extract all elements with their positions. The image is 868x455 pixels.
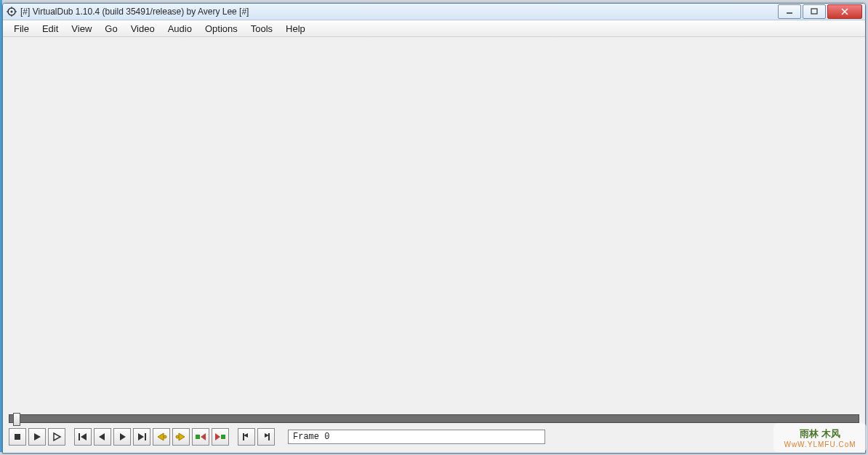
- timeline-track[interactable]: [9, 414, 859, 423]
- play-input-button[interactable]: [28, 428, 46, 446]
- key-next-icon: [175, 432, 187, 442]
- go-end-icon: [136, 432, 148, 442]
- app-icon: [6, 6, 17, 17]
- mark-in-button[interactable]: [238, 428, 255, 446]
- maximize-button[interactable]: [803, 4, 826, 19]
- window-title: [#] VirtualDub 1.10.4 (build 35491/relea…: [20, 7, 249, 17]
- mark-out-icon: [260, 432, 272, 442]
- play-output-button[interactable]: [48, 428, 65, 446]
- svg-marker-17: [138, 433, 144, 440]
- svg-rect-7: [811, 9, 817, 14]
- menu-help[interactable]: Help: [279, 22, 312, 36]
- close-button[interactable]: [827, 4, 862, 19]
- stop-icon: [12, 432, 23, 442]
- menubar: FileEditViewGoVideoAudioOptionsToolsHelp: [3, 20, 865, 37]
- svg-marker-24: [201, 433, 206, 440]
- transport-toolbar: Frame 0: [9, 427, 859, 447]
- prev-icon: [97, 432, 108, 442]
- scene-prev-button[interactable]: [192, 428, 209, 446]
- next-frame-button[interactable]: [113, 428, 131, 446]
- go-start-button[interactable]: [74, 428, 92, 446]
- scene-next-button[interactable]: [212, 428, 229, 446]
- mark-out-button[interactable]: [257, 428, 275, 446]
- play-o-icon: [51, 432, 63, 442]
- go-end-button[interactable]: [133, 428, 150, 446]
- svg-marker-22: [179, 433, 185, 440]
- svg-point-21: [176, 435, 179, 438]
- minimize-button[interactable]: [778, 4, 801, 19]
- key-prev-button[interactable]: [153, 428, 170, 446]
- window-controls: [776, 4, 862, 19]
- stop-button[interactable]: [9, 428, 26, 446]
- svg-marker-12: [54, 433, 60, 440]
- svg-point-20: [164, 435, 166, 438]
- svg-rect-10: [15, 434, 20, 440]
- svg-marker-25: [215, 433, 220, 440]
- titlebar[interactable]: [#] VirtualDub 1.10.4 (build 35491/relea…: [3, 4, 865, 20]
- svg-marker-14: [81, 433, 87, 440]
- svg-marker-16: [120, 433, 126, 440]
- svg-rect-26: [221, 435, 225, 439]
- menu-audio[interactable]: Audio: [161, 22, 198, 36]
- svg-marker-15: [99, 433, 105, 440]
- timeline[interactable]: [9, 414, 859, 424]
- svg-marker-11: [34, 433, 41, 440]
- svg-rect-23: [196, 435, 200, 439]
- menu-tools[interactable]: Tools: [244, 22, 279, 36]
- menu-view[interactable]: View: [65, 22, 98, 36]
- play-icon: [31, 432, 43, 442]
- next-icon: [116, 432, 128, 442]
- scene-next-icon: [214, 432, 226, 442]
- app-window: [#] VirtualDub 1.10.4 (build 35491/relea…: [2, 3, 866, 454]
- frame-indicator: Frame 0: [288, 430, 545, 444]
- menu-options[interactable]: Options: [198, 22, 244, 36]
- key-next-button[interactable]: [172, 428, 190, 446]
- video-pane: [3, 37, 865, 411]
- mark-in-icon: [241, 432, 252, 442]
- scene-prev-icon: [195, 432, 206, 442]
- menu-edit[interactable]: Edit: [36, 22, 65, 36]
- menu-file[interactable]: File: [7, 22, 36, 36]
- prev-frame-button[interactable]: [94, 428, 111, 446]
- svg-marker-19: [158, 433, 164, 440]
- timeline-handle[interactable]: [13, 413, 20, 426]
- go-start-icon: [77, 432, 89, 442]
- key-prev-icon: [156, 432, 167, 442]
- menu-go[interactable]: Go: [98, 22, 124, 36]
- menu-video[interactable]: Video: [124, 22, 161, 36]
- svg-point-1: [11, 11, 13, 13]
